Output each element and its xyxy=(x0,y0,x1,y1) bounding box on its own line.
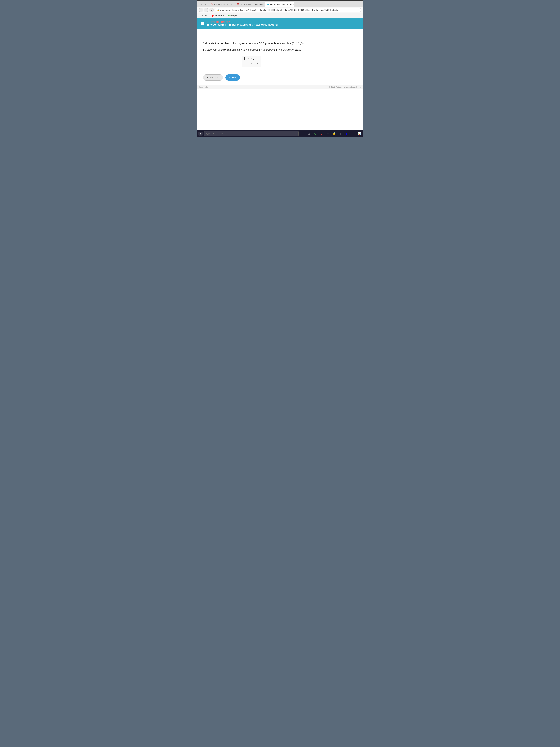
header-text: STOICHIOMETRY Interconverting number of … xyxy=(207,21,277,26)
address-bar-row: ‹ › ↻ 🔒 www-awn.aleks.com/alekscgi/x/lsl… xyxy=(197,7,363,14)
bookmark-gmail[interactable]: M Gmail xyxy=(199,14,209,18)
taskbar-search[interactable] xyxy=(204,131,298,136)
tab-nf-close[interactable]: ✕ xyxy=(205,3,206,5)
tab-mcgraw-label: McGraw-Hill Education Campus xyxy=(240,3,264,5)
nav-buttons: ‹ › ↻ xyxy=(199,8,214,12)
back-button[interactable]: ‹ xyxy=(199,8,203,12)
tab-nf[interactable]: NF ✕ xyxy=(198,2,208,6)
action-buttons: Explanation Check xyxy=(203,75,357,81)
tab-nf-label: NF xyxy=(201,3,203,5)
exponent-panel: ×10 × ↺ ? xyxy=(242,56,261,67)
mcgraw-tab-icon: M xyxy=(237,3,239,5)
maps-icon: 🗺 xyxy=(228,14,231,17)
collapse-button[interactable]: ∨ xyxy=(205,31,210,36)
aleks-header: STOICHIOMETRY Interconverting number of … xyxy=(197,18,363,29)
tab-bar: NF ✕ ⬡ ALEKs Chemistry ✕ M McGraw-Hill E… xyxy=(197,1,363,7)
taskbar-arrow-icon[interactable]: ↑ xyxy=(338,131,343,136)
aleks-tab-icon: ⬡ xyxy=(211,3,213,5)
question-area: Calculate the number of hydrogen atoms i… xyxy=(197,37,363,85)
question-text: Calculate the number of hydrogen atoms i… xyxy=(203,41,357,46)
exponent-box xyxy=(252,58,255,60)
header-subtitle: Interconverting number of atoms and mass… xyxy=(207,23,277,26)
bookmark-maps[interactable]: 🗺 Maps xyxy=(228,14,237,18)
taskbar-chart-icon[interactable]: 📊 xyxy=(357,131,362,136)
taskbar-square-icon[interactable]: □ xyxy=(306,131,312,136)
bookmark-maps-label: Maps xyxy=(231,15,237,17)
windows-icon: ⊞ xyxy=(199,132,201,135)
taskbar-lock2-icon[interactable]: 🔒 xyxy=(331,131,337,136)
address-bar[interactable]: 🔒 www-awn.aleks.com/alekscgi/x/lsl.exe/1… xyxy=(215,7,361,12)
youtube-icon: ▶ xyxy=(212,14,214,17)
taskbar-chrome2-icon[interactable]: G xyxy=(319,131,324,136)
lock-icon: 🔒 xyxy=(217,9,219,11)
tab-mcgraw[interactable]: M McGraw-Hill Education Campus ✕ xyxy=(235,2,264,7)
tab-aleks-active-label: ALEKS - Lindsay Brooks - Learn xyxy=(270,3,294,5)
tab-aleks-chemistry[interactable]: ⬡ ALEKs Chemistry ✕ xyxy=(209,2,235,7)
chemical-formula: (C10H16O) xyxy=(292,42,304,45)
bookmark-youtube[interactable]: ▶ YouTube xyxy=(212,14,224,18)
taskbar-list-icon[interactable]: ≡ xyxy=(325,131,330,136)
tab-aleks-close[interactable]: ✕ xyxy=(231,3,232,5)
download-label: banner.jpg xyxy=(199,86,209,88)
bookmark-gmail-label: Gmail xyxy=(202,15,208,17)
explanation-button[interactable]: Explanation xyxy=(203,75,223,81)
gmail-icon: M xyxy=(199,14,202,17)
bookmarks-bar: M Gmail ▶ YouTube 🗺 Maps xyxy=(197,14,363,18)
aleks-active-icon: A xyxy=(267,3,269,5)
start-button[interactable]: ⊞ xyxy=(198,132,203,136)
copyright-text: © 2021 McGraw-Hill Education. All Rig xyxy=(329,86,361,88)
answer-input[interactable] xyxy=(203,56,240,63)
taskbar-uparrow2-icon[interactable]: ↑ xyxy=(350,131,355,136)
refresh-button[interactable]: ↻ xyxy=(209,8,214,12)
clear-button[interactable]: × xyxy=(244,62,247,66)
forward-button[interactable]: › xyxy=(204,8,208,12)
base-box xyxy=(244,57,247,60)
exponent-display: ×10 xyxy=(244,57,259,60)
help-button[interactable]: ? xyxy=(256,62,259,66)
exp-buttons-row: × ↺ ? xyxy=(244,62,259,66)
undo-button[interactable]: ↺ xyxy=(250,62,254,66)
tab-aleks-label: ALEKs Chemistry xyxy=(214,3,230,5)
taskbar-icons: ○ □ G G ≡ 🔒 ↑ S ↑ 📊 xyxy=(300,131,362,136)
address-text: www-awn.aleks.com/alekscgi/x/lsl.exe/1o_… xyxy=(220,9,339,11)
topic-label: STOICHIOMETRY xyxy=(207,21,277,23)
taskbar: ⊞ ○ □ G G ≡ 🔒 ↑ S ↑ 📊 xyxy=(197,130,363,137)
taskbar-chrome-icon[interactable]: G xyxy=(313,131,318,136)
instruction-text: Be sure your answer has a unit symbol if… xyxy=(203,48,357,51)
collapse-area: ∨ xyxy=(197,29,363,37)
taskbar-s-icon[interactable]: S xyxy=(344,131,349,136)
bookmark-youtube-label: YouTube xyxy=(215,15,224,17)
browser-content: STOICHIOMETRY Interconverting number of … xyxy=(197,18,363,129)
answer-row: ×10 × ↺ ? xyxy=(203,56,357,67)
browser-footer: banner.jpg © 2021 McGraw-Hill Education.… xyxy=(197,85,363,89)
times-10-label: ×10 xyxy=(248,57,252,60)
taskbar-circle-icon[interactable]: ○ xyxy=(300,131,305,136)
check-button[interactable]: Check xyxy=(225,75,240,81)
hamburger-menu[interactable] xyxy=(201,22,204,25)
tab-aleks-active[interactable]: A ALEKS - Lindsay Brooks - Learn xyxy=(265,2,294,7)
